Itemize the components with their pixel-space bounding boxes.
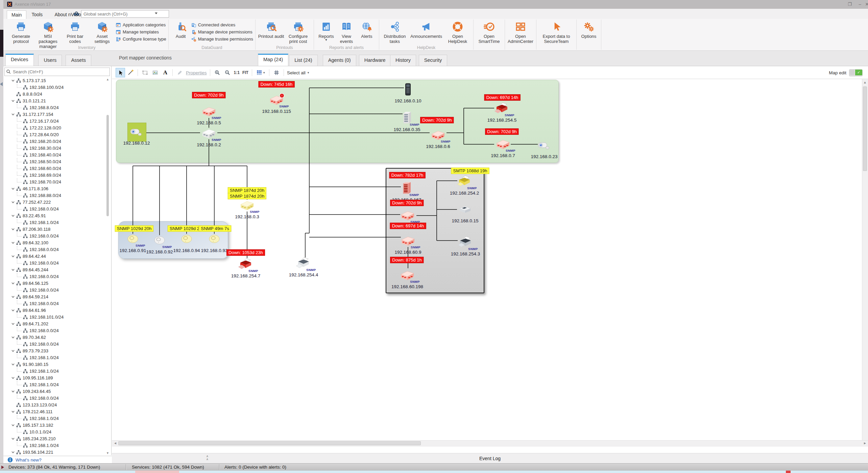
device-192.168.0.93[interactable]	[206, 232, 222, 246]
tree-item-89.64.59.214[interactable]: 89.64.59.214	[3, 293, 106, 300]
map-scroll-left-icon[interactable]: ◄	[114, 442, 117, 445]
zoom-actual-button[interactable]: 1:1	[234, 70, 240, 75]
ribbon-button-open-admincenter[interactable]: Open AdminCenter	[507, 20, 534, 45]
event-log-bar[interactable]: ʌʌ Event Log	[112, 453, 868, 464]
global-search-dropdown-icon[interactable]	[155, 13, 158, 14]
tree-item-192.168.0.0-24[interactable]: 192.168.0.0/24	[3, 287, 106, 293]
tree-item-192.168.1.0-24[interactable]: 192.168.1.0/24	[3, 368, 106, 374]
tree-item-192.168.20.0-24[interactable]: 192.168.20.0/24	[3, 138, 106, 145]
ribbon-button-print-bar-codes[interactable]: Print bar codes	[62, 20, 89, 45]
tree-item-192.168.100.0-24[interactable]: 192.168.100.0/24	[3, 84, 106, 91]
snap-grid-button[interactable]	[272, 68, 281, 77]
map-vscrollbar-thumb[interactable]	[863, 86, 867, 171]
menu-tab-main[interactable]: Main	[7, 10, 26, 19]
tree-item-192.168.1.0-24[interactable]: 192.168.1.0/24	[3, 381, 106, 388]
tree-item-193.56.104.221[interactable]: 193.56.104.221	[3, 449, 106, 455]
tree-item-192.168.30.0-24[interactable]: 192.168.30.0/24	[3, 145, 106, 151]
chevron-down-icon[interactable]	[11, 201, 15, 204]
tree-item-192.168.1.0-24[interactable]: 192.168.1.0/24	[3, 442, 106, 449]
ribbon-button-printout-audit[interactable]: Printout audit	[258, 20, 285, 40]
device-192.168.0.12[interactable]	[128, 125, 145, 139]
tree-item-89.70.34.62[interactable]: 89.70.34.62	[3, 334, 106, 341]
tree-item-192.168.0.0-24[interactable]: 192.168.0.0/24	[3, 232, 106, 239]
chevron-down-icon[interactable]	[11, 309, 15, 312]
select-tool-button[interactable]	[116, 68, 125, 77]
tree-item-178.212.46.111[interactable]: 178.212.46.111	[3, 408, 106, 415]
tree-item-192.168.88.0-24[interactable]: 192.168.88.0/24	[3, 192, 106, 199]
network-map-canvas[interactable]: 192.168.0.12 192.168.0.5SNMP 192.168.0.2…	[112, 79, 862, 440]
tree-item-109.95.116.189[interactable]: 109.95.116.189	[3, 374, 106, 381]
ribbon-button-application-categories[interactable]: Application categories	[116, 21, 166, 28]
ribbon-button-export-data-to-secureteam[interactable]: Export data to SecureTeam	[538, 20, 574, 45]
tree-item-123.123.123.0-24[interactable]: 123.123.123.0/24	[3, 401, 106, 408]
tree-item-31.0.121.21[interactable]: 31.0.121.21	[3, 97, 106, 104]
ribbon-button-manage-templates[interactable]: Manage templates	[116, 28, 166, 35]
map-tab-list-24[interactable]: List (24)	[289, 55, 317, 66]
chevron-down-icon[interactable]	[11, 255, 15, 258]
tree-item-192.168.60.0-24[interactable]: 192.168.60.0/24	[3, 165, 106, 172]
map-edit-toggle[interactable]: ✓	[849, 69, 863, 76]
chevron-down-icon[interactable]	[11, 187, 15, 190]
ribbon-button-audit[interactable]: Audit	[171, 20, 191, 40]
ribbon-button-announcements[interactable]: Announcements	[408, 20, 444, 40]
tree-item-192.168.69.0-24[interactable]: 192.168.69.0/24	[3, 172, 106, 178]
tree-item-192.168.0.0-24[interactable]: 192.168.0.0/24	[3, 259, 106, 266]
chevron-down-icon[interactable]	[11, 451, 15, 454]
sidebar-tab-users[interactable]: Users	[38, 55, 62, 66]
chevron-down-icon[interactable]	[11, 336, 15, 339]
map-scroll-right-icon[interactable]: ►	[863, 442, 867, 445]
tree-item-89.64.32.100[interactable]: 89.64.32.100	[3, 239, 106, 246]
image-tool-button[interactable]	[150, 68, 160, 77]
device-192.168.0.23[interactable]	[536, 139, 552, 152]
tree-item-192.168.0.0-24[interactable]: 192.168.0.0/24	[3, 246, 106, 253]
chevron-down-icon[interactable]	[11, 363, 15, 366]
tree-item-8.8.8.0-24[interactable]: 8.8.8.0/24	[3, 91, 106, 97]
ribbon-button-connected-devices[interactable]: Connected devices	[191, 21, 253, 28]
ribbon-button-generate-protocol[interactable]: Generate protocol	[7, 20, 34, 45]
chevron-down-icon[interactable]	[11, 376, 15, 379]
chevron-down-icon[interactable]	[11, 214, 15, 217]
tree-item-91.90.180.15[interactable]: 91.90.180.15	[3, 361, 106, 368]
device-192.168.0.94[interactable]	[178, 232, 195, 246]
tree-item-192.168.70.0-24[interactable]: 192.168.70.0/24	[3, 178, 106, 185]
sidebar-tab-devices[interactable]: Devices	[5, 54, 34, 66]
device-192.168.0.15[interactable]	[457, 203, 473, 216]
tree-item-83.22.45.91[interactable]: 83.22.45.91	[3, 212, 106, 219]
chevron-down-icon[interactable]	[11, 99, 15, 102]
tree-item-31.172.177.154[interactable]: 31.172.177.154	[3, 111, 106, 118]
chevron-down-icon[interactable]	[11, 424, 15, 427]
sidebar-tab-assets[interactable]: Assets	[66, 55, 91, 66]
tree-item-109.243.64.45[interactable]: 109.243.64.45	[3, 388, 106, 395]
rectangle-tool-button[interactable]	[140, 68, 150, 77]
tree-item-192.168.0.0-24[interactable]: 192.168.0.0/24	[3, 273, 106, 280]
device-192.168.0.10[interactable]	[400, 83, 416, 96]
tree-item-192.168.0.0-24[interactable]: 192.168.0.0/24	[3, 205, 106, 212]
tree-search-input[interactable]	[12, 68, 108, 75]
tree-item-192.168.1.0-24[interactable]: 192.168.1.0/24	[3, 415, 106, 422]
map-tab-hardware[interactable]: Hardware	[359, 55, 391, 66]
ribbon-button-reports[interactable]: Reports▼	[316, 20, 336, 42]
tree-item-192.168.1.0-24[interactable]: 192.168.1.0/24	[3, 219, 106, 226]
chevron-down-icon[interactable]	[11, 282, 15, 285]
tree-scrollbar-thumb[interactable]	[106, 115, 109, 216]
ribbon-button-manage-trustee-permissions[interactable]: Manage trustee permissions	[191, 35, 253, 43]
tree-item-192.168.0.0-24[interactable]: 192.168.0.0/24	[3, 327, 106, 334]
map-tab-history[interactable]: History	[390, 55, 416, 66]
chevron-down-icon[interactable]	[11, 268, 15, 271]
chevron-down-icon[interactable]	[11, 390, 15, 393]
tree-item-5.173.17.15[interactable]: 5.173.17.15	[3, 77, 106, 84]
chevron-down-icon[interactable]	[11, 241, 15, 244]
tree-item-46.171.8.106[interactable]: 46.171.8.106	[3, 185, 106, 192]
properties-button[interactable]: Properties	[186, 70, 207, 75]
map-tab-security[interactable]: Security	[419, 55, 447, 66]
ribbon-button-configure-print-cost[interactable]: Configure print cost	[285, 20, 312, 45]
tree-item-192.168.1.0-24[interactable]: 192.168.1.0/24	[3, 354, 106, 361]
layout-grid-button[interactable]: ▾	[255, 68, 267, 77]
tree-item-192.168.0.0-24[interactable]: 192.168.0.0/24	[3, 300, 106, 307]
tree-item-185.234.235.210[interactable]: 185.234.235.210	[3, 435, 106, 442]
tree-item-89.64.71.202[interactable]: 89.64.71.202	[3, 320, 106, 327]
ribbon-button-distribution-tasks[interactable]: Distribution tasks	[381, 20, 408, 45]
select-all-button[interactable]: Select all	[287, 70, 306, 75]
chevron-down-icon[interactable]	[11, 113, 15, 116]
tree-scroll-up-icon[interactable]: ▲	[106, 78, 109, 81]
